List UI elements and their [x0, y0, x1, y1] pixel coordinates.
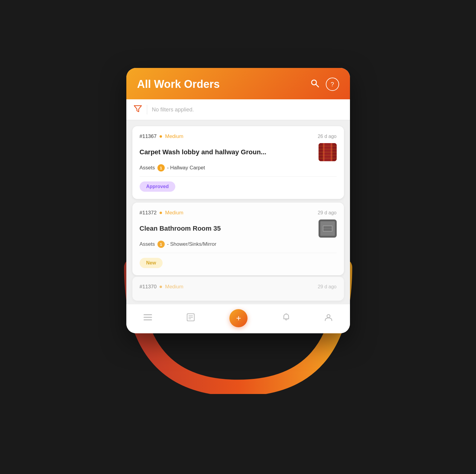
priority-label-3: Medium	[165, 284, 183, 290]
fab-button[interactable]: +	[229, 309, 248, 327]
card-title-row: Carpet Wash lobby and hallway Groun...	[140, 143, 337, 161]
asset-badge: 1	[157, 164, 165, 171]
priority-label-2: Medium	[165, 210, 183, 216]
status-section: Approved	[140, 181, 337, 192]
card-divider	[140, 176, 337, 177]
page-title: All Work Orders	[137, 78, 220, 91]
status-section-2: New	[140, 258, 337, 268]
secondary-card-stack: #11372 Medium 29 d ago Clean Bathroom Ro…	[132, 203, 344, 301]
time-ago-3: 29 d ago	[318, 284, 336, 290]
priority-label: Medium	[165, 133, 183, 139]
assets-label-2: Assets	[140, 241, 155, 247]
card-assets-row: Assets 1 - Hallway Carpet	[140, 164, 337, 171]
asset-name-2: - Shower/Sinks/Mirror	[167, 241, 216, 247]
filter-bar[interactable]: No filters applied.	[126, 99, 350, 120]
filter-divider	[147, 105, 147, 114]
help-icon[interactable]: ?	[326, 78, 339, 91]
cards-container: #11367 Medium 26 d ago Carpet Wash lobby…	[126, 120, 350, 301]
card-assets-row-2: Assets 1 - Shower/Sinks/Mirror	[140, 241, 337, 248]
time-ago-2: 29 d ago	[318, 210, 336, 216]
card-header-2: #11372 Medium 29 d ago	[140, 210, 337, 216]
card-title-row-2: Clean Bathroom Room 35	[140, 219, 337, 238]
nav-item-profile[interactable]	[325, 313, 332, 323]
asset-name: - Hallway Carpet	[167, 165, 205, 171]
list-icon	[187, 313, 195, 323]
assets-label: Assets	[140, 165, 155, 171]
svg-rect-16	[144, 317, 152, 318]
work-order-card-tertiary[interactable]: #11370 Medium 29 d ago	[132, 277, 344, 301]
search-icon[interactable]	[310, 78, 320, 90]
svg-line-1	[316, 84, 319, 87]
filter-text: No filters applied.	[152, 107, 194, 113]
time-ago: 26 d ago	[318, 134, 336, 139]
priority-dot-3	[160, 286, 162, 288]
nav-item-list[interactable]	[187, 313, 195, 323]
card-id-priority-2: #11372 Medium	[140, 210, 183, 216]
bottom-nav: +	[126, 304, 350, 333]
svg-rect-17	[144, 319, 152, 320]
fab-icon: +	[236, 314, 241, 322]
carpet-image	[319, 143, 337, 161]
card-id-2: #11372	[140, 210, 157, 216]
status-badge-2: New	[140, 258, 163, 268]
header-icons: ?	[310, 78, 339, 91]
priority-dot	[160, 135, 162, 138]
svg-point-23	[286, 313, 287, 315]
nav-item-bell[interactable]	[283, 313, 290, 323]
priority-dot-2	[160, 212, 162, 214]
card-title: Carpet Wash lobby and hallway Groun...	[140, 148, 315, 156]
card-id-3: #11370	[140, 284, 157, 290]
header: All Work Orders ?	[126, 68, 350, 99]
svg-rect-15	[144, 314, 152, 315]
svg-point-24	[327, 315, 330, 318]
card-header-3: #11370 Medium 29 d ago	[140, 284, 337, 290]
work-order-card-secondary[interactable]: #11372 Medium 29 d ago Clean Bathroom Ro…	[132, 203, 344, 275]
app-frame: All Work Orders ? No	[126, 68, 350, 333]
card-title-2: Clean Bathroom Room 35	[140, 225, 315, 232]
status-badge: Approved	[140, 181, 176, 192]
asset-badge-2: 1	[157, 241, 165, 248]
work-order-card-primary[interactable]: #11367 Medium 26 d ago Carpet Wash lobby…	[132, 126, 344, 199]
profile-icon	[325, 313, 332, 323]
filter-icon[interactable]	[134, 105, 142, 114]
primary-card-wrapper: #11367 Medium 26 d ago Carpet Wash lobby…	[132, 126, 344, 199]
card-header: #11367 Medium 26 d ago	[140, 133, 337, 139]
card-thumbnail	[319, 143, 337, 161]
card-thumbnail-2	[319, 219, 337, 238]
menu-icon	[144, 314, 152, 322]
card-divider-2	[140, 253, 337, 253]
card-id-priority-3: #11370 Medium	[140, 284, 183, 290]
bell-icon	[283, 313, 290, 323]
card-id-priority: #11367 Medium	[140, 133, 183, 139]
card-id: #11367	[140, 133, 157, 139]
bathroom-image	[319, 219, 337, 238]
nav-item-menu[interactable]	[144, 314, 152, 322]
bathroom-thumb-inner	[320, 221, 335, 236]
